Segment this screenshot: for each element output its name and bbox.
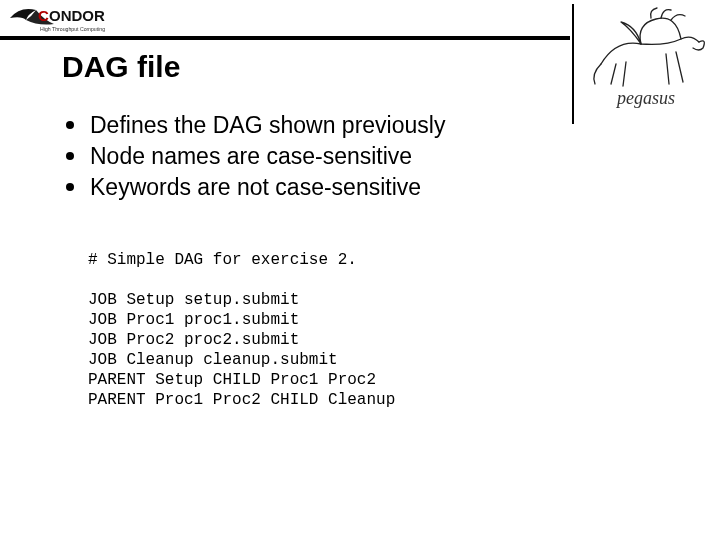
slide: C ONDOR High Throughput Computing pegasu… bbox=[0, 0, 720, 540]
svg-text:High Throughput Computing: High Throughput Computing bbox=[40, 26, 105, 32]
bullet-list: Defines the DAG shown previously Node na… bbox=[62, 110, 562, 203]
pegasus-logo: pegasus bbox=[572, 4, 712, 124]
bullet-text: Node names are case-sensitive bbox=[90, 143, 412, 169]
bullet-text: Keywords are not case-sensitive bbox=[90, 174, 421, 200]
code-line: JOB Setup setup.submit bbox=[88, 291, 299, 309]
code-line: JOB Proc1 proc1.submit bbox=[88, 311, 299, 329]
list-item: Defines the DAG shown previously bbox=[62, 110, 562, 141]
bullet-text: Defines the DAG shown previously bbox=[90, 112, 445, 138]
code-line: JOB Cleanup cleanup.submit bbox=[88, 351, 338, 369]
code-comment: # Simple DAG for exercise 2. bbox=[88, 251, 357, 269]
svg-text:ONDOR: ONDOR bbox=[49, 7, 105, 24]
pegasus-drawing-icon bbox=[580, 4, 712, 92]
code-line: PARENT Proc1 Proc2 CHILD Cleanup bbox=[88, 391, 395, 409]
code-line: JOB Proc2 proc2.submit bbox=[88, 331, 299, 349]
code-block: # Simple DAG for exercise 2. JOB Setup s… bbox=[88, 250, 395, 410]
svg-text:C: C bbox=[38, 7, 49, 24]
page-title: DAG file bbox=[62, 50, 180, 84]
list-item: Keywords are not case-sensitive bbox=[62, 172, 562, 203]
title-divider bbox=[0, 36, 570, 40]
condor-logo: C ONDOR High Throughput Computing bbox=[8, 4, 138, 36]
list-item: Node names are case-sensitive bbox=[62, 141, 562, 172]
code-line: PARENT Setup CHILD Proc1 Proc2 bbox=[88, 371, 376, 389]
